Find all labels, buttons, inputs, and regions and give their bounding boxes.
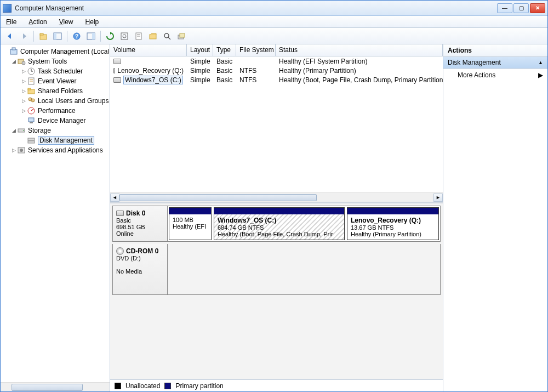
legend: Unallocated Primary partition bbox=[110, 379, 443, 391]
minimize-button[interactable]: — bbox=[497, 3, 512, 13]
svg-rect-17 bbox=[180, 33, 185, 37]
actions-pane: Actions Disk Management ▲ More Actions ▶ bbox=[443, 44, 547, 391]
show-hide-action-button[interactable] bbox=[85, 30, 97, 42]
disk-map[interactable]: Disk 0 Basic 698.51 GB Online 100 MBHeal… bbox=[110, 203, 443, 379]
tree-system-tools[interactable]: ◢System Tools bbox=[1, 56, 110, 66]
window-title: Computer Management bbox=[15, 4, 497, 12]
svg-rect-29 bbox=[28, 88, 31, 90]
close-button[interactable]: ✕ bbox=[530, 3, 545, 13]
zoom-button[interactable] bbox=[161, 30, 173, 42]
partition-bar bbox=[169, 208, 211, 214]
col-type[interactable]: Type bbox=[213, 44, 236, 56]
actions-header: Actions bbox=[443, 44, 547, 57]
volume-scrollbar[interactable]: ◄ ► bbox=[110, 192, 443, 202]
show-hide-tree-button[interactable] bbox=[52, 30, 64, 42]
menu-view[interactable]: View bbox=[57, 17, 76, 27]
partition-bar bbox=[347, 208, 438, 214]
cdrom-row[interactable]: CD-ROM 0 DVD (D:) No Media bbox=[112, 244, 441, 295]
volume-name-cell bbox=[110, 59, 187, 64]
volume-header[interactable]: Volume Layout Type File System Status bbox=[110, 44, 443, 56]
tree-device-manager[interactable]: Device Manager bbox=[1, 116, 110, 126]
volume-row[interactable]: Lenovo_Recovery (Q:) Simple Basic NTFS H… bbox=[110, 66, 443, 75]
legend-primary-label: Primary partition bbox=[175, 382, 223, 390]
disk-info: Disk 0 Basic 698.51 GB Online bbox=[113, 206, 168, 241]
menu-action[interactable]: Action bbox=[26, 17, 49, 27]
rescan-button[interactable] bbox=[118, 30, 130, 42]
cdrom-info: CD-ROM 0 DVD (D:) No Media bbox=[113, 244, 168, 294]
cdrom-empty bbox=[168, 244, 440, 294]
drive-icon bbox=[116, 211, 124, 216]
back-button[interactable] bbox=[4, 30, 16, 42]
partition[interactable]: Lenovo_Recovery (Q:)13.67 GB NTFSHealthy… bbox=[347, 207, 439, 240]
disk-row[interactable]: Disk 0 Basic 698.51 GB Online 100 MBHeal… bbox=[112, 206, 441, 242]
svg-point-9 bbox=[123, 35, 126, 38]
svg-point-21 bbox=[22, 61, 25, 65]
svg-point-41 bbox=[20, 149, 23, 152]
properties-button[interactable] bbox=[133, 30, 145, 42]
volume-row[interactable]: Simple Basic Healthy (EFI System Partiti… bbox=[110, 56, 443, 66]
help-button[interactable]: ? bbox=[71, 30, 83, 42]
partition[interactable]: 100 MBHealthy (EFI bbox=[169, 207, 212, 240]
svg-text:?: ? bbox=[75, 33, 78, 39]
collapse-icon: ▲ bbox=[538, 60, 543, 65]
drive-icon bbox=[113, 77, 121, 83]
tree-shared-folders[interactable]: ▷Shared Folders bbox=[1, 86, 110, 96]
col-filesystem[interactable]: File System bbox=[236, 44, 276, 56]
svg-rect-7 bbox=[92, 33, 95, 39]
tree-services-apps[interactable]: ▷Services and Applications bbox=[1, 145, 110, 155]
svg-rect-8 bbox=[121, 33, 128, 39]
menu-file[interactable]: File bbox=[4, 17, 19, 27]
volume-list[interactable]: Volume Layout Type File System Status Si… bbox=[110, 44, 443, 203]
scroll-right-icon[interactable]: ► bbox=[433, 194, 443, 202]
menu-help[interactable]: Help bbox=[83, 17, 101, 27]
forward-button[interactable] bbox=[18, 30, 30, 42]
app-icon bbox=[3, 4, 12, 13]
svg-rect-13 bbox=[150, 35, 156, 39]
col-status[interactable]: Status bbox=[276, 44, 443, 56]
actions-section[interactable]: Disk Management ▲ bbox=[443, 57, 547, 69]
svg-point-14 bbox=[164, 33, 169, 38]
tree-scrollbar[interactable] bbox=[1, 382, 110, 391]
svg-rect-39 bbox=[28, 141, 35, 143]
tree-storage[interactable]: ◢Storage bbox=[1, 126, 110, 135]
col-volume[interactable]: Volume bbox=[110, 44, 187, 56]
tree-performance[interactable]: ▷Performance bbox=[1, 106, 110, 116]
svg-point-37 bbox=[23, 130, 24, 131]
scroll-left-icon[interactable]: ◄ bbox=[110, 194, 119, 202]
svg-point-31 bbox=[31, 99, 35, 102]
legend-unallocated-label: Unallocated bbox=[125, 382, 160, 390]
up-button[interactable] bbox=[37, 30, 49, 42]
content: Computer Management (Local ◢System Tools… bbox=[1, 44, 547, 391]
tree-disk-management[interactable]: Disk Management bbox=[1, 135, 110, 145]
svg-rect-34 bbox=[28, 118, 34, 122]
settings-button[interactable] bbox=[175, 30, 187, 42]
titlebar[interactable]: Computer Management — ▢ ✕ bbox=[1, 1, 547, 16]
nav-tree[interactable]: Computer Management (Local ◢System Tools… bbox=[1, 44, 110, 391]
partition-bar bbox=[214, 208, 344, 214]
svg-rect-38 bbox=[28, 138, 35, 140]
volume-name-cell: Windows7_OS (C:) bbox=[110, 76, 187, 84]
main-pane: Volume Layout Type File System Status Si… bbox=[110, 44, 443, 391]
legend-unallocated-swatch bbox=[115, 383, 121, 389]
chevron-right-icon: ▶ bbox=[538, 71, 543, 79]
tree-task-scheduler[interactable]: ▷Task Scheduler bbox=[1, 66, 110, 76]
toolbar: ? bbox=[1, 28, 547, 44]
partition[interactable]: Windows7_OS (C:)684.74 GB NTFSHealthy (B… bbox=[214, 207, 345, 240]
volume-row[interactable]: Windows7_OS (C:) Simple Basic NTFS Healt… bbox=[110, 75, 443, 84]
actions-more[interactable]: More Actions ▶ bbox=[443, 69, 547, 82]
refresh-button[interactable] bbox=[104, 30, 116, 42]
tree-root[interactable]: Computer Management (Local bbox=[1, 47, 110, 56]
svg-line-15 bbox=[168, 37, 170, 39]
tree-local-users[interactable]: ▷Local Users and Groups bbox=[1, 96, 110, 106]
col-layout[interactable]: Layout bbox=[187, 44, 213, 56]
cd-icon bbox=[116, 247, 124, 255]
legend-primary-swatch bbox=[164, 383, 171, 389]
menubar: File Action View Help bbox=[1, 16, 547, 28]
tree-event-viewer[interactable]: ▷Event Viewer bbox=[1, 76, 110, 86]
open-button[interactable] bbox=[147, 30, 159, 42]
svg-rect-1 bbox=[40, 33, 43, 35]
maximize-button[interactable]: ▢ bbox=[513, 3, 529, 13]
window-buttons: — ▢ ✕ bbox=[497, 3, 545, 13]
volume-name-cell: Lenovo_Recovery (Q:) bbox=[110, 67, 187, 75]
volume-body[interactable]: Simple Basic Healthy (EFI System Partiti… bbox=[110, 56, 443, 192]
